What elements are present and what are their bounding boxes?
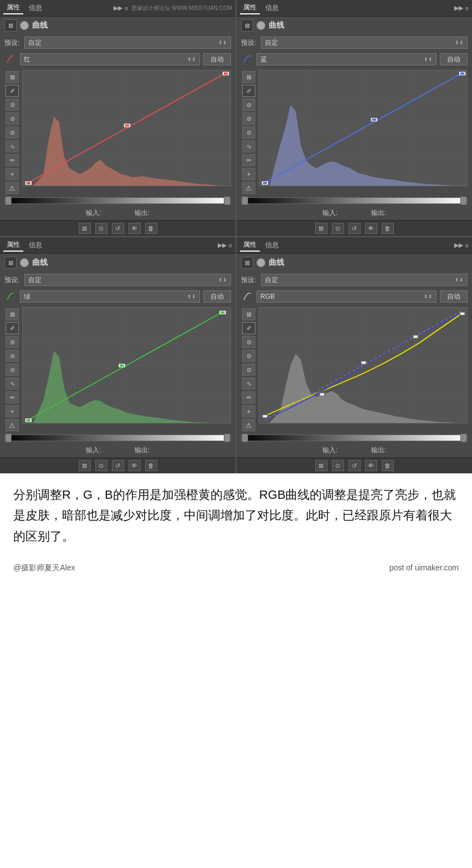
green-preset-select[interactable]: 自定 ⬆⬇ bbox=[24, 274, 231, 286]
blue-tb-cycle[interactable]: ⊙ bbox=[332, 223, 344, 234]
rgb-tool-eyedrop1[interactable]: ⊘ bbox=[242, 336, 255, 348]
green-channel-select[interactable]: 绿 ⬆⬇ bbox=[20, 290, 200, 303]
blue-tool-sidebar: ⊠ ✐ ⊘ ⊘ ⊘ ∿ ✏ ⌖ ⚠ bbox=[241, 70, 256, 195]
blue-channel-select[interactable]: 蓝 ⬆⬇ bbox=[256, 53, 437, 65]
green-tool-target[interactable]: ⌖ bbox=[6, 405, 19, 417]
red-tb-eye[interactable]: 👁 bbox=[129, 223, 141, 234]
blue-tool-eyedrop1[interactable]: ⊘ bbox=[242, 99, 255, 111]
blue-tab-info[interactable]: 信息 bbox=[262, 2, 282, 14]
blue-tool-curve[interactable]: ∿ bbox=[242, 140, 255, 152]
rgb-channel-select[interactable]: RGB ⬆⬇ bbox=[256, 290, 437, 303]
rgb-tb-eye[interactable]: 👁 bbox=[365, 460, 377, 471]
red-slider-left-handle[interactable] bbox=[5, 196, 12, 205]
watermark-top-right: 思缘设计师论坛 WWW.MISSYUAN.COM bbox=[131, 4, 232, 12]
red-tool-select[interactable]: ⊠ bbox=[6, 71, 19, 83]
rgb-tool-sidebar: ⊠ ✐ ⊘ ⊘ ⊘ ∿ ✏ ⌖ ⚠ bbox=[241, 307, 256, 432]
blue-slider[interactable] bbox=[241, 197, 468, 204]
blue-tab-attributes[interactable]: 属性 bbox=[240, 2, 260, 14]
blue-preset-select[interactable]: 自定 ⬆⬇ bbox=[261, 37, 468, 49]
blue-preset-label: 预设: bbox=[241, 38, 258, 48]
red-tab-info[interactable]: 信息 bbox=[25, 2, 45, 14]
green-tb-undo[interactable]: ↺ bbox=[112, 460, 124, 471]
rgb-tool-eyedrop2[interactable]: ⊘ bbox=[242, 350, 255, 362]
blue-circle-icon bbox=[256, 21, 265, 30]
blue-tool-eyedrop2[interactable]: ⊘ bbox=[242, 113, 255, 125]
blue-slider-left-handle[interactable] bbox=[242, 196, 248, 205]
green-tool-select[interactable]: ⊠ bbox=[6, 308, 19, 320]
svg-rect-41 bbox=[263, 415, 268, 417]
red-tb-cycle[interactable]: ⊙ bbox=[95, 223, 107, 234]
green-tab-attributes[interactable]: 属性 bbox=[3, 239, 23, 252]
blue-tool-eyedrop3[interactable]: ⊘ bbox=[242, 126, 255, 139]
rgb-auto-btn[interactable]: 自动 bbox=[440, 290, 468, 303]
rgb-tab-attributes[interactable]: 属性 bbox=[240, 239, 260, 252]
green-io-row: 输入: 输出: bbox=[0, 443, 235, 457]
red-preset-select[interactable]: 自定 ⬆⬇ bbox=[24, 37, 231, 49]
red-tool-eyedrop3[interactable]: ⊘ bbox=[6, 126, 19, 139]
green-tab-info[interactable]: 信息 bbox=[25, 239, 45, 251]
red-slider[interactable] bbox=[4, 197, 231, 204]
green-slider-left-handle[interactable] bbox=[5, 433, 12, 442]
red-tool-target[interactable]: ⌖ bbox=[6, 168, 19, 180]
red-tool-eyedrop1[interactable]: ⊘ bbox=[6, 99, 19, 111]
rgb-tool-select[interactable]: ⊠ bbox=[242, 308, 255, 320]
svg-rect-21 bbox=[460, 72, 465, 75]
green-tool-pencil[interactable]: ✏ bbox=[6, 391, 19, 404]
blue-tb-trash[interactable]: 🗑 bbox=[382, 223, 394, 234]
green-tool-sidebar: ⊠ ✐ ⊘ ⊘ ⊘ ∿ ✏ ⌖ ⚠ bbox=[4, 307, 20, 432]
rgb-tool-curve[interactable]: ∿ bbox=[242, 377, 255, 390]
rgb-tb-cycle[interactable]: ⊙ bbox=[332, 460, 344, 471]
green-tb-cycle[interactable]: ⊙ bbox=[95, 460, 107, 471]
rgb-curve-graph bbox=[259, 307, 468, 423]
green-tb-eye[interactable]: 👁 bbox=[129, 460, 141, 471]
blue-auto-btn[interactable]: 自动 bbox=[440, 53, 468, 65]
red-tool-pen[interactable]: ✐ bbox=[6, 85, 19, 97]
rgb-tool-pencil[interactable]: ✏ bbox=[242, 391, 255, 404]
red-slider-right-handle[interactable] bbox=[224, 196, 230, 205]
green-tool-eyedrop2[interactable]: ⊘ bbox=[6, 350, 19, 362]
rgb-slider-right-handle[interactable] bbox=[460, 433, 467, 442]
blue-tool-pencil[interactable]: ✏ bbox=[242, 154, 255, 166]
green-tool-curve[interactable]: ∿ bbox=[6, 377, 19, 390]
green-slider-row bbox=[4, 435, 231, 441]
red-tool-pencil[interactable]: ✏ bbox=[6, 154, 19, 166]
green-tool-pen[interactable]: ✐ bbox=[6, 322, 19, 334]
rgb-tb-trash[interactable]: 🗑 bbox=[382, 460, 394, 471]
blue-tb-eye[interactable]: 👁 bbox=[365, 223, 377, 234]
blue-tool-select[interactable]: ⊠ bbox=[242, 71, 255, 83]
red-tool-curve[interactable]: ∿ bbox=[6, 140, 19, 152]
red-auto-btn[interactable]: 自动 bbox=[203, 53, 231, 65]
green-tb-mask[interactable]: ⊠ bbox=[79, 460, 91, 471]
green-tool-eyedrop3[interactable]: ⊘ bbox=[6, 364, 19, 376]
rgb-tb-undo[interactable]: ↺ bbox=[348, 460, 361, 471]
blue-tool-target[interactable]: ⌖ bbox=[242, 168, 255, 180]
rgb-tb-mask[interactable]: ⊠ bbox=[315, 460, 327, 471]
red-tool-eyedrop2[interactable]: ⊘ bbox=[6, 113, 19, 125]
blue-tb-undo[interactable]: ↺ bbox=[348, 223, 361, 234]
rgb-tool-eyedrop3[interactable]: ⊘ bbox=[242, 364, 255, 376]
green-slider-right-handle[interactable] bbox=[224, 433, 230, 442]
rgb-tool-target[interactable]: ⌖ bbox=[242, 405, 255, 417]
green-auto-btn[interactable]: 自动 bbox=[203, 290, 231, 303]
red-tb-trash[interactable]: 🗑 bbox=[145, 223, 157, 234]
blue-slider-right-handle[interactable] bbox=[460, 196, 467, 205]
red-circle-icon bbox=[20, 21, 29, 30]
rgb-slider-left-handle[interactable] bbox=[242, 433, 248, 442]
blue-tb-mask[interactable]: ⊠ bbox=[315, 223, 327, 234]
green-slider[interactable] bbox=[4, 435, 231, 441]
red-tb-mask[interactable]: ⊠ bbox=[79, 223, 91, 234]
green-tb-trash[interactable]: 🗑 bbox=[145, 460, 157, 471]
blue-channel-row: 蓝 ⬆⬇ 自动 bbox=[237, 51, 472, 68]
rgb-tab-info[interactable]: 信息 bbox=[262, 239, 282, 251]
red-tab-attributes[interactable]: 属性 bbox=[3, 2, 23, 14]
svg-rect-45 bbox=[460, 312, 465, 315]
red-preset-arrow: ⬆⬇ bbox=[218, 40, 227, 45]
green-tool-eyedrop1[interactable]: ⊘ bbox=[6, 336, 19, 348]
red-preset-row: 预设: 自定 ⬆⬇ bbox=[0, 34, 235, 51]
red-channel-select[interactable]: 红 ⬆⬇ bbox=[20, 53, 200, 65]
rgb-preset-select[interactable]: 自定 ⬆⬇ bbox=[261, 274, 468, 286]
rgb-slider[interactable] bbox=[241, 435, 468, 441]
rgb-tool-pen[interactable]: ✐ bbox=[242, 322, 255, 334]
blue-tool-pen[interactable]: ✐ bbox=[242, 85, 255, 97]
red-tb-undo[interactable]: ↺ bbox=[112, 223, 124, 234]
